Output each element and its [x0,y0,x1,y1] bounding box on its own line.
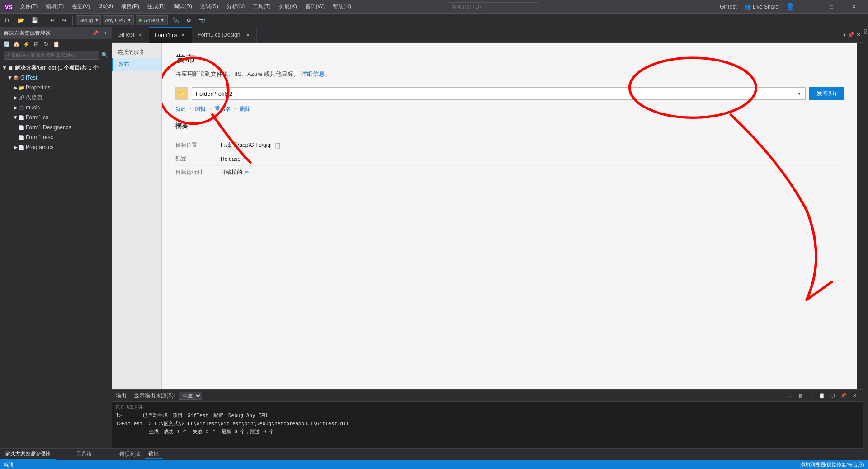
menu-edit[interactable]: 编辑(E) [42,2,67,11]
show-all-button[interactable]: 📋 [52,40,61,49]
menu-help[interactable]: 帮助(H) [329,2,355,11]
tab-list-icon[interactable]: ▾ [843,32,846,38]
edit-profile-link[interactable]: 编辑 [195,105,206,113]
open-button[interactable]: 📂 [14,15,27,26]
menu-file[interactable]: 文件(F) [16,2,41,11]
tab-form1design-close[interactable]: ✕ [245,32,251,38]
solution-node[interactable]: ▼ 📋 解决方案'GifTest'(1 个项目/共 1 个 [0,63,112,73]
edit-config-icon[interactable]: ✏ [243,156,247,162]
tab-form1design[interactable]: Form1.cs [Design] ✕ [192,27,256,43]
detail-link[interactable]: 详细信息 [301,70,325,77]
title-bar: VS 文件(F) 编辑(E) 视图(V) Git(G) 项目(P) 生成(B) … [0,0,868,14]
debug-config-dropdown[interactable]: Debug ▼ [76,15,101,25]
output-wrap-button[interactable]: ↕ [807,391,816,400]
collapse-button[interactable]: ⊟ [32,40,41,49]
menu-debug[interactable]: 调试(D) [170,2,196,11]
menu-window[interactable]: 窗口(W) [302,2,328,11]
profile-name: FolderProfile2 [196,90,232,97]
close-all-tabs-icon[interactable]: ✕ [856,32,861,38]
sidebar-tab-solution-explorer[interactable]: 解决方案资源管理器 [0,449,56,460]
menu-git[interactable]: Git(G) [94,2,117,11]
close-button[interactable]: ✕ [844,0,864,14]
refresh-button[interactable]: ↻ [42,40,51,49]
search-input[interactable] [448,2,538,11]
tab-form1cs[interactable]: Form1.cs ✕ [149,27,192,43]
tree-item-programcs[interactable]: ▶ 📄 Program.cs [0,142,112,152]
title-bar-right: GifTest 👥 Live Share 👤 ─ □ ✕ [720,0,864,14]
output-tab[interactable]: 输出 [145,450,163,459]
form1cs-icon: 📄 [18,114,24,121]
attach-button[interactable]: 📎 [170,15,182,26]
errors-tab[interactable]: 错误列表 [116,450,145,458]
runtime-value: 可移植的 ✏ [221,169,249,176]
profile-folder-icon[interactable]: 📁 [175,87,188,100]
solution-icon: 📋 [7,65,14,71]
output-scroll-end-button[interactable]: ⇩ [785,391,794,400]
sidebar-search-input[interactable] [4,51,99,60]
new-project-button[interactable]: 🗋 [2,15,13,26]
output-close-button[interactable]: ✕ [850,391,859,400]
copy-location-icon[interactable]: 📋 [274,142,281,149]
run-button[interactable]: ▶ GifTest ▼ [136,15,168,25]
tree-item-properties[interactable]: ▶ 📁 Properties [0,83,112,93]
tree-item-dependencies[interactable]: ▶ 🔗 依赖项 [0,93,112,103]
delete-profile-link[interactable]: 删除 [240,105,250,113]
tree-item-form1designer[interactable]: 📄 Form1.Designer.cs [0,122,112,132]
tab-giftest-close[interactable]: ✕ [137,32,143,38]
output-source-label: 显示输出来源(S): [134,392,175,399]
save-button[interactable]: 💾 [28,15,41,26]
tree-item-form1cs[interactable]: ▼ 📄 Form1.cs [0,113,112,122]
tree-item-form1resx[interactable]: 📄 Form1.resx [0,132,112,142]
tree-item-music[interactable]: ▶ 🎵 music [0,103,112,113]
menu-project[interactable]: 项目(P) [118,2,143,11]
tab-giftest[interactable]: GifTest ✕ [112,27,149,43]
menu-extensions[interactable]: 扩展(X) [275,2,301,11]
edit-runtime-icon[interactable]: ✏ [245,169,249,175]
output-copy-button[interactable]: 📋 [817,391,826,400]
menu-test[interactable]: 测试(S) [197,2,222,11]
rename-profile-link[interactable]: 重命名 [215,105,231,113]
search-box[interactable] [448,2,538,11]
left-panel-publish[interactable]: 发布 [112,58,161,71]
git-panel-label[interactable]: Git [863,29,868,34]
undo-button[interactable]: ↩ [47,15,57,26]
publish-button[interactable]: 发布(U) [809,87,844,100]
sidebar-toolbar: 🔄 🏠 ⚡ ⊟ ↻ 📋 [0,39,112,50]
sidebar-pin-icon[interactable]: 📌 [92,29,99,37]
toolbar-camera-button[interactable]: 📷 [196,15,208,26]
profile-bar: 📁 FolderProfile2 ▼ 发布(U) [175,87,844,100]
output-pin-button[interactable]: 📌 [839,391,848,400]
location-path: F:\桌面\app\GIFs\qiqi [221,141,272,149]
output-clear-button[interactable]: 🗑 [796,391,805,400]
sidebar-search[interactable]: 🔍 [0,50,112,61]
sync-button[interactable]: 🔄 [2,40,11,49]
tabs-bar: GifTest ✕ Form1.cs ✕ Form1.cs [Design] ✕… [112,27,863,43]
home-button[interactable]: 🏠 [12,40,21,49]
redo-button[interactable]: ↪ [59,15,69,26]
live-share-button[interactable]: 👥 Live Share [741,3,782,11]
status-add-view[interactable]: 添加到视图(视觉修复/每台月) [800,461,864,468]
left-panel-header: 连接的服务 [112,47,161,58]
project-node[interactable]: ▼ 📦 GifTest [0,73,112,83]
summary-row-runtime: 目标运行时 可移植的 ✏ [175,166,844,179]
pin-icon[interactable]: 📌 [848,32,854,38]
filter-button[interactable]: ⚡ [22,40,31,49]
menu-analyze[interactable]: 分析(N) [223,2,249,11]
cpu-config-arrow: ▼ [127,18,132,23]
maximize-button[interactable]: □ [821,0,842,14]
output-float-button[interactable]: ⬡ [828,391,837,400]
new-profile-link[interactable]: 新建 [175,105,186,113]
sidebar-close-icon[interactable]: ✕ [101,29,108,37]
menu-build[interactable]: 生成(B) [144,2,169,11]
toolbar-settings-button[interactable]: ⚙ [184,15,194,26]
menu-tools[interactable]: 工具(T) [249,2,274,11]
output-source-select[interactable]: 生成 [179,392,202,400]
tab-form1cs-close[interactable]: ✕ [180,32,186,38]
person-icon[interactable]: 👤 [786,2,795,11]
cpu-config-dropdown[interactable]: Any CPU ▼ [103,15,133,25]
minimize-button[interactable]: ─ [798,0,819,14]
profile-dropdown[interactable]: FolderProfile2 ▼ [192,87,806,100]
sidebar-tab-toolbox[interactable]: 工具箱 [56,449,112,460]
menu-view[interactable]: 视图(V) [68,2,94,11]
project-chevron: ▼ [7,75,13,80]
